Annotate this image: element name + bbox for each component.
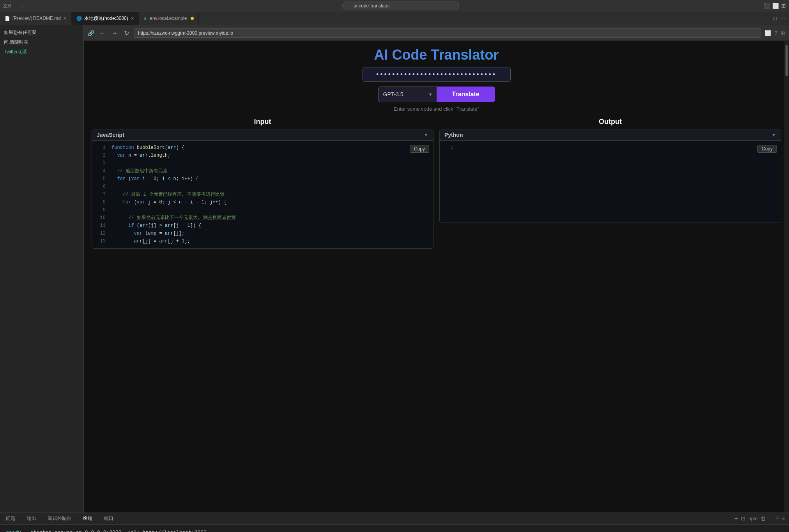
split-editor-icon[interactable]: ⊡ [773, 15, 777, 21]
title-search-input[interactable] [342, 2, 459, 10]
input-editor: JavaScript ▼ Copy 1function bubbleSort(a… [92, 129, 433, 249]
browser-toolbar-icons: ⬜ ? ⊞ [764, 30, 785, 36]
input-lang-bar: JavaScript ▼ [92, 129, 433, 141]
term-line-1: ready - started server on 0.0.0.0:3000, … [6, 528, 783, 532]
nav-forward-button[interactable]: → [30, 2, 38, 10]
terminal-tab-ports[interactable]: 端口 [102, 515, 115, 522]
terminal-npm-label: npm [748, 516, 757, 521]
output-code-line-1: 1 [440, 144, 781, 152]
model-select-wrapper: GPT-3.5 GPT-4 ▼ [378, 87, 437, 102]
new-terminal-button[interactable]: + [734, 515, 738, 522]
browser-refresh-button[interactable]: ↻ [122, 28, 131, 37]
title-bar: 文件 ← → ⬛ ⬜ ⊞ [0, 0, 789, 12]
sidebar-twitter-link[interactable]: Twitter联系 [4, 49, 80, 55]
terminal-expand-button[interactable]: ^ [776, 516, 779, 522]
output-copy-button[interactable]: Copy [757, 145, 777, 153]
sidebar-text-1: 如果您有任何疑 [4, 29, 80, 36]
sidebar-panel: 如果您有任何疑 问,请随时在 Twitter联系 [0, 25, 84, 513]
output-title: Output [439, 118, 781, 126]
code-line-10: 10 // 如果当前元素比下一个元素大, 则交换两者位置 [92, 214, 433, 222]
input-lang-label: JavaScript [97, 132, 424, 138]
input-column: Input JavaScript ▼ Copy 1function [92, 118, 433, 249]
app-content: AI Code Translator GPT-3.5 GPT-4 ▼ Trans… [84, 41, 789, 513]
readme-icon: 📄 [5, 16, 10, 21]
tab-bar-right: ⊡ ··· [773, 15, 789, 21]
output-lang-bar: Python ▼ [440, 129, 781, 141]
env-icon: $ [144, 16, 146, 21]
terminal-container: 问题 输出 调试控制台 终端 端口 + ⊡ npm 🗑 ... ^ × read… [0, 513, 789, 532]
main-container: 如果您有任何疑 问,请随时在 Twitter联系 🔗 ← → ↻ ⬜ ? ⊞ A… [0, 25, 789, 513]
app-title: AI Code Translator [84, 41, 789, 67]
output-lang-label: Python [444, 132, 771, 138]
modified-indicator [191, 17, 194, 20]
input-title: Input [92, 118, 433, 126]
translate-button[interactable]: Translate [437, 87, 495, 102]
code-line-12: 12 var temp = arr[j]; [92, 230, 433, 237]
scrollbar-thumb [785, 45, 788, 76]
tab-env[interactable]: $ .env.local.example [139, 12, 199, 25]
nav-buttons: ← → [19, 2, 38, 10]
preview-icon: 🌐 [76, 16, 82, 21]
input-copy-button[interactable]: Copy [410, 145, 429, 153]
layout-icon-2[interactable]: ⬜ [772, 3, 779, 9]
url-bar[interactable] [134, 28, 761, 38]
api-key-input[interactable] [363, 67, 511, 82]
tab-readme[interactable]: 📄 [Preview] README.md ✕ [0, 12, 72, 25]
browser-forward-button[interactable]: → [110, 29, 119, 37]
tab-preview-close[interactable]: ✕ [131, 16, 134, 21]
code-line-6: 6 [92, 183, 433, 191]
title-bar-actions: ⬛ ⬜ ⊞ [763, 3, 786, 9]
input-lang-arrow[interactable]: ▼ [424, 132, 428, 138]
terminal-tab-terminal[interactable]: 终端 [81, 515, 94, 522]
api-key-section [84, 67, 789, 82]
more-actions-icon[interactable]: ··· [780, 15, 785, 21]
hint-text: Enter some code and click "Translate" [84, 106, 789, 112]
output-editor: Python ▼ Copy 1 [439, 129, 781, 223]
code-line-11: 11 if (arr[j] > arr[j + 1]) { [92, 222, 433, 230]
layout-icon-3[interactable]: ⊞ [781, 3, 786, 9]
preview-scrollbar[interactable] [784, 41, 789, 513]
terminal-tab-debug[interactable]: 调试控制台 [46, 515, 73, 522]
tab-preview[interactable]: 🌐 本地预览(node:3000) ✕ [72, 12, 139, 25]
output-lang-arrow[interactable]: ▼ [771, 132, 776, 138]
terminal-toolbar: + ⊡ npm 🗑 ... ^ × [734, 515, 785, 522]
code-line-13: 13 arr[j] = arr[j + 1]; [92, 237, 433, 245]
app-wrapper: AI Code Translator GPT-3.5 GPT-4 ▼ Trans… [84, 41, 789, 253]
code-line-2: 2 var n = arr.length; [92, 152, 433, 159]
terminal-close-button[interactable]: × [782, 516, 785, 522]
code-line-4: 4 // 遍历数组中所有元素 [92, 167, 433, 175]
menu-file[interactable]: 文件 [3, 3, 12, 9]
terminal-split-icon[interactable]: ⊡ [741, 516, 745, 521]
tab-readme-close[interactable]: ✕ [63, 16, 67, 21]
sidebar-text-2: 问,请随时在 [4, 39, 80, 46]
browser-menu-icon[interactable]: ⊞ [780, 30, 785, 36]
nav-back-button[interactable]: ← [19, 2, 28, 10]
terminal-tab-problems[interactable]: 问题 [4, 515, 17, 522]
code-line-8: 8 for (var j = 0; j < n - i - 1; j++) { [92, 198, 433, 206]
code-line-9: 9 [92, 206, 433, 214]
terminal-more-button[interactable]: ... [769, 516, 773, 521]
browser-toolbar: 🔗 ← → ↻ ⬜ ? ⊞ [84, 25, 789, 41]
editor-section: Input JavaScript ▼ Copy 1function [84, 118, 789, 249]
code-line-7: 7 // 最后 i 个元素已经有序, 不需要再进行比较 [92, 191, 433, 198]
code-line-1: 1function bubbleSort(arr) { [92, 144, 433, 152]
input-code[interactable]: 1function bubbleSort(arr) { 2 var n = ar… [92, 141, 433, 248]
output-code[interactable]: 1 [440, 141, 781, 223]
help-icon[interactable]: ? [774, 30, 777, 36]
layout-icon-1[interactable]: ⬛ [763, 3, 770, 9]
terminal-tab-bar: 问题 输出 调试控制台 终端 端口 + ⊡ npm 🗑 ... ^ × [0, 513, 789, 525]
preview-area: 🔗 ← → ↻ ⬜ ? ⊞ AI Code Translator [84, 25, 789, 513]
code-line-5: 5 for (var i = 0; i < n; i++) { [92, 175, 433, 183]
output-column: Output Python ▼ Copy 1 [439, 118, 781, 249]
external-link-icon[interactable]: 🔗 [88, 30, 94, 36]
terminal-kill-button[interactable]: 🗑 [761, 516, 766, 521]
tab-bar: 📄 [Preview] README.md ✕ 🌐 本地预览(node:3000… [0, 12, 789, 25]
tab-preview-label: 本地预览(node:3000) [84, 15, 128, 22]
terminal-tab-output[interactable]: 输出 [25, 515, 38, 522]
model-translate-row: GPT-3.5 GPT-4 ▼ Translate [84, 87, 789, 102]
title-search [41, 2, 760, 10]
model-select[interactable]: GPT-3.5 GPT-4 [378, 87, 437, 102]
browser-back-button[interactable]: ← [97, 29, 107, 37]
open-browser-icon[interactable]: ⬜ [764, 30, 771, 36]
terminal-content[interactable]: ready - started server on 0.0.0.0:3000, … [0, 525, 789, 532]
